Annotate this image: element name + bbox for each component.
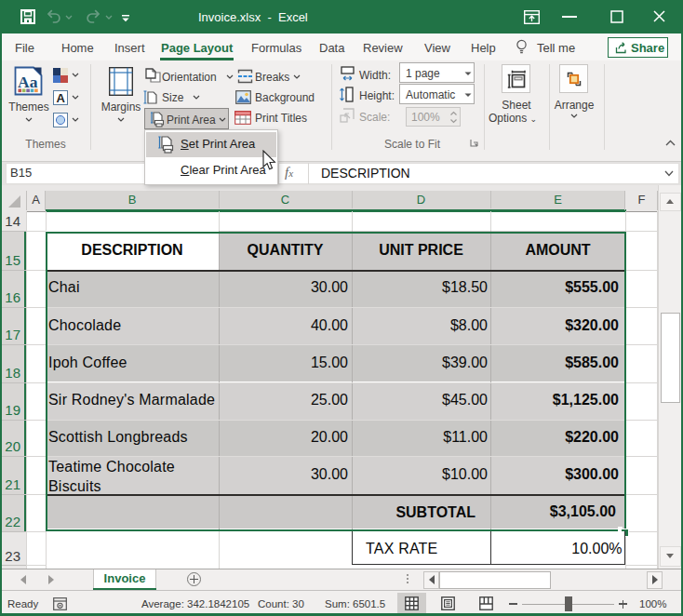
svg-text:A: A [56,91,65,105]
svg-text:Aa: Aa [18,73,38,91]
